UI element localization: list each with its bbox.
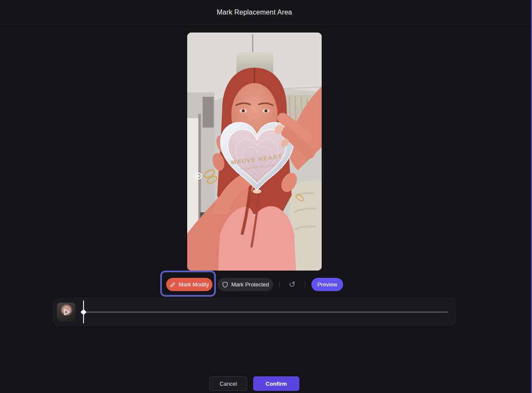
dialog-title: Mark Replacement Area (0, 0, 509, 24)
shield-icon (222, 281, 228, 288)
toolbar-divider (279, 281, 280, 288)
timeline-panel (53, 298, 456, 326)
pencil-icon (170, 282, 176, 288)
preview-label: Preview (317, 281, 337, 288)
toolbar-divider (305, 281, 305, 288)
undo-button[interactable]: ↺ (286, 278, 298, 290)
undo-icon: ↺ (289, 280, 296, 289)
play-icon (62, 308, 71, 316)
timeline-track[interactable] (84, 312, 448, 313)
video-frame-illustration: MAUVE HEART POWDER BLUSH (187, 33, 322, 271)
confirm-button[interactable]: Confirm (253, 376, 299, 391)
mark-modify-button[interactable]: Mark Modify (166, 278, 212, 291)
dialog-header: Mark Replacement Area (0, 0, 532, 24)
mark-protected-label: Mark Protected (231, 281, 269, 288)
playhead-diamond-handle (81, 309, 87, 315)
preview-button[interactable]: Preview (311, 278, 343, 291)
mark-replacement-dialog: Mark Replacement Area (0, 0, 532, 393)
mark-modify-label: Mark Modify (179, 281, 209, 288)
video-thumbnail[interactable] (57, 303, 75, 321)
video-preview-canvas[interactable]: MAUVE HEART POWDER BLUSH (187, 33, 322, 271)
cancel-button[interactable]: Cancel (209, 376, 247, 391)
mark-protected-button[interactable]: Mark Protected (218, 278, 273, 291)
timeline-playhead[interactable] (83, 301, 84, 323)
